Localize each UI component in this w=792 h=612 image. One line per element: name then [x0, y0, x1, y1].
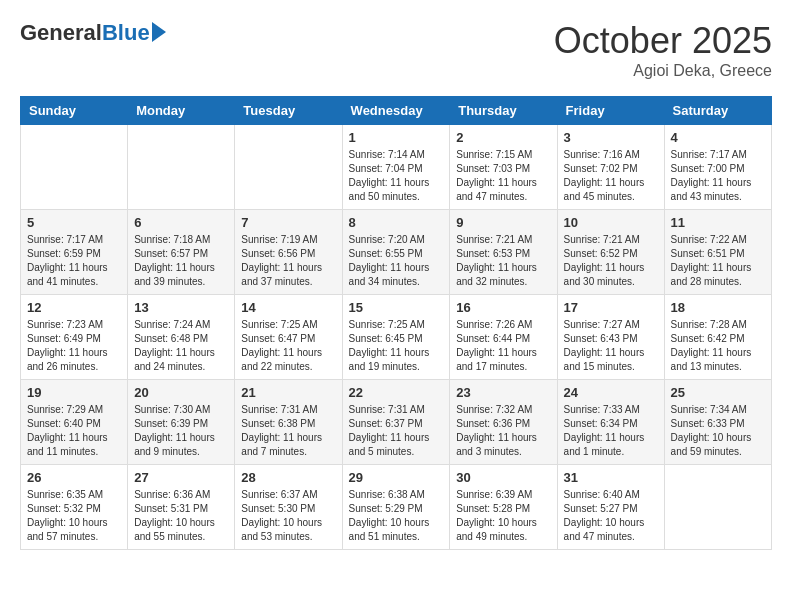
day-info-26: Sunrise: 6:35 AM Sunset: 5:32 PM Dayligh…	[27, 488, 121, 544]
day-number-10: 10	[564, 215, 658, 230]
day-cell-31: 31Sunrise: 6:40 AM Sunset: 5:27 PM Dayli…	[557, 465, 664, 550]
day-cell-10: 10Sunrise: 7:21 AM Sunset: 6:52 PM Dayli…	[557, 210, 664, 295]
day-cell-23: 23Sunrise: 7:32 AM Sunset: 6:36 PM Dayli…	[450, 380, 557, 465]
weekday-header-tuesday: Tuesday	[235, 97, 342, 125]
day-number-30: 30	[456, 470, 550, 485]
day-info-17: Sunrise: 7:27 AM Sunset: 6:43 PM Dayligh…	[564, 318, 658, 374]
page-header: General Blue October 2025 Agioi Deka, Gr…	[20, 20, 772, 80]
day-number-5: 5	[27, 215, 121, 230]
day-number-1: 1	[349, 130, 444, 145]
day-info-30: Sunrise: 6:39 AM Sunset: 5:28 PM Dayligh…	[456, 488, 550, 544]
day-info-9: Sunrise: 7:21 AM Sunset: 6:53 PM Dayligh…	[456, 233, 550, 289]
day-number-4: 4	[671, 130, 765, 145]
day-cell-13: 13Sunrise: 7:24 AM Sunset: 6:48 PM Dayli…	[128, 295, 235, 380]
week-row-5: 26Sunrise: 6:35 AM Sunset: 5:32 PM Dayli…	[21, 465, 772, 550]
week-row-1: 1Sunrise: 7:14 AM Sunset: 7:04 PM Daylig…	[21, 125, 772, 210]
day-info-27: Sunrise: 6:36 AM Sunset: 5:31 PM Dayligh…	[134, 488, 228, 544]
weekday-header-friday: Friday	[557, 97, 664, 125]
day-number-29: 29	[349, 470, 444, 485]
day-info-13: Sunrise: 7:24 AM Sunset: 6:48 PM Dayligh…	[134, 318, 228, 374]
weekday-header-thursday: Thursday	[450, 97, 557, 125]
day-number-12: 12	[27, 300, 121, 315]
day-info-6: Sunrise: 7:18 AM Sunset: 6:57 PM Dayligh…	[134, 233, 228, 289]
day-cell-15: 15Sunrise: 7:25 AM Sunset: 6:45 PM Dayli…	[342, 295, 450, 380]
day-cell-5: 5Sunrise: 7:17 AM Sunset: 6:59 PM Daylig…	[21, 210, 128, 295]
day-info-28: Sunrise: 6:37 AM Sunset: 5:30 PM Dayligh…	[241, 488, 335, 544]
day-number-15: 15	[349, 300, 444, 315]
day-number-3: 3	[564, 130, 658, 145]
day-cell-24: 24Sunrise: 7:33 AM Sunset: 6:34 PM Dayli…	[557, 380, 664, 465]
month-title: October 2025	[554, 20, 772, 62]
day-number-28: 28	[241, 470, 335, 485]
logo-arrow-icon	[152, 22, 166, 42]
day-info-25: Sunrise: 7:34 AM Sunset: 6:33 PM Dayligh…	[671, 403, 765, 459]
day-info-11: Sunrise: 7:22 AM Sunset: 6:51 PM Dayligh…	[671, 233, 765, 289]
week-row-2: 5Sunrise: 7:17 AM Sunset: 6:59 PM Daylig…	[21, 210, 772, 295]
empty-cell	[21, 125, 128, 210]
day-cell-18: 18Sunrise: 7:28 AM Sunset: 6:42 PM Dayli…	[664, 295, 771, 380]
day-info-24: Sunrise: 7:33 AM Sunset: 6:34 PM Dayligh…	[564, 403, 658, 459]
day-cell-9: 9Sunrise: 7:21 AM Sunset: 6:53 PM Daylig…	[450, 210, 557, 295]
day-info-4: Sunrise: 7:17 AM Sunset: 7:00 PM Dayligh…	[671, 148, 765, 204]
day-number-14: 14	[241, 300, 335, 315]
logo-general-text: General	[20, 20, 102, 46]
day-number-2: 2	[456, 130, 550, 145]
logo: General Blue	[20, 20, 166, 46]
weekday-header-row: SundayMondayTuesdayWednesdayThursdayFrid…	[21, 97, 772, 125]
day-info-16: Sunrise: 7:26 AM Sunset: 6:44 PM Dayligh…	[456, 318, 550, 374]
day-info-15: Sunrise: 7:25 AM Sunset: 6:45 PM Dayligh…	[349, 318, 444, 374]
day-cell-20: 20Sunrise: 7:30 AM Sunset: 6:39 PM Dayli…	[128, 380, 235, 465]
day-info-2: Sunrise: 7:15 AM Sunset: 7:03 PM Dayligh…	[456, 148, 550, 204]
day-cell-3: 3Sunrise: 7:16 AM Sunset: 7:02 PM Daylig…	[557, 125, 664, 210]
day-cell-19: 19Sunrise: 7:29 AM Sunset: 6:40 PM Dayli…	[21, 380, 128, 465]
day-cell-2: 2Sunrise: 7:15 AM Sunset: 7:03 PM Daylig…	[450, 125, 557, 210]
day-cell-8: 8Sunrise: 7:20 AM Sunset: 6:55 PM Daylig…	[342, 210, 450, 295]
day-cell-26: 26Sunrise: 6:35 AM Sunset: 5:32 PM Dayli…	[21, 465, 128, 550]
day-number-26: 26	[27, 470, 121, 485]
day-info-23: Sunrise: 7:32 AM Sunset: 6:36 PM Dayligh…	[456, 403, 550, 459]
day-number-17: 17	[564, 300, 658, 315]
empty-cell	[128, 125, 235, 210]
day-cell-1: 1Sunrise: 7:14 AM Sunset: 7:04 PM Daylig…	[342, 125, 450, 210]
day-cell-21: 21Sunrise: 7:31 AM Sunset: 6:38 PM Dayli…	[235, 380, 342, 465]
day-number-19: 19	[27, 385, 121, 400]
day-cell-17: 17Sunrise: 7:27 AM Sunset: 6:43 PM Dayli…	[557, 295, 664, 380]
day-info-8: Sunrise: 7:20 AM Sunset: 6:55 PM Dayligh…	[349, 233, 444, 289]
day-number-24: 24	[564, 385, 658, 400]
day-number-18: 18	[671, 300, 765, 315]
week-row-3: 12Sunrise: 7:23 AM Sunset: 6:49 PM Dayli…	[21, 295, 772, 380]
day-info-14: Sunrise: 7:25 AM Sunset: 6:47 PM Dayligh…	[241, 318, 335, 374]
day-number-20: 20	[134, 385, 228, 400]
day-cell-16: 16Sunrise: 7:26 AM Sunset: 6:44 PM Dayli…	[450, 295, 557, 380]
day-number-13: 13	[134, 300, 228, 315]
day-info-3: Sunrise: 7:16 AM Sunset: 7:02 PM Dayligh…	[564, 148, 658, 204]
day-cell-29: 29Sunrise: 6:38 AM Sunset: 5:29 PM Dayli…	[342, 465, 450, 550]
day-cell-4: 4Sunrise: 7:17 AM Sunset: 7:00 PM Daylig…	[664, 125, 771, 210]
empty-cell	[664, 465, 771, 550]
day-number-9: 9	[456, 215, 550, 230]
day-info-22: Sunrise: 7:31 AM Sunset: 6:37 PM Dayligh…	[349, 403, 444, 459]
day-cell-27: 27Sunrise: 6:36 AM Sunset: 5:31 PM Dayli…	[128, 465, 235, 550]
day-number-25: 25	[671, 385, 765, 400]
day-number-31: 31	[564, 470, 658, 485]
day-number-7: 7	[241, 215, 335, 230]
day-cell-22: 22Sunrise: 7:31 AM Sunset: 6:37 PM Dayli…	[342, 380, 450, 465]
day-number-21: 21	[241, 385, 335, 400]
day-number-6: 6	[134, 215, 228, 230]
day-cell-30: 30Sunrise: 6:39 AM Sunset: 5:28 PM Dayli…	[450, 465, 557, 550]
weekday-header-sunday: Sunday	[21, 97, 128, 125]
day-number-23: 23	[456, 385, 550, 400]
day-cell-6: 6Sunrise: 7:18 AM Sunset: 6:57 PM Daylig…	[128, 210, 235, 295]
day-cell-12: 12Sunrise: 7:23 AM Sunset: 6:49 PM Dayli…	[21, 295, 128, 380]
day-info-5: Sunrise: 7:17 AM Sunset: 6:59 PM Dayligh…	[27, 233, 121, 289]
day-info-7: Sunrise: 7:19 AM Sunset: 6:56 PM Dayligh…	[241, 233, 335, 289]
day-cell-11: 11Sunrise: 7:22 AM Sunset: 6:51 PM Dayli…	[664, 210, 771, 295]
calendar-table: SundayMondayTuesdayWednesdayThursdayFrid…	[20, 96, 772, 550]
day-number-22: 22	[349, 385, 444, 400]
day-number-11: 11	[671, 215, 765, 230]
day-cell-7: 7Sunrise: 7:19 AM Sunset: 6:56 PM Daylig…	[235, 210, 342, 295]
day-number-16: 16	[456, 300, 550, 315]
title-section: October 2025 Agioi Deka, Greece	[554, 20, 772, 80]
day-info-18: Sunrise: 7:28 AM Sunset: 6:42 PM Dayligh…	[671, 318, 765, 374]
day-info-1: Sunrise: 7:14 AM Sunset: 7:04 PM Dayligh…	[349, 148, 444, 204]
